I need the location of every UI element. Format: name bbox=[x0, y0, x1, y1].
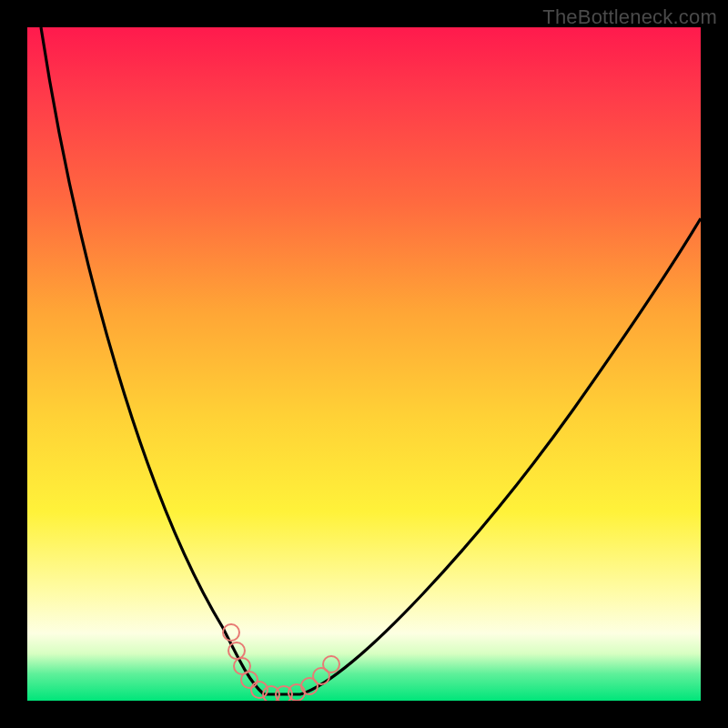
svg-point-10 bbox=[330, 663, 332, 665]
svg-point-0 bbox=[230, 632, 232, 633]
svg-point-7 bbox=[296, 692, 298, 693]
chart-frame: TheBottleneck.com bbox=[0, 0, 728, 728]
svg-point-8 bbox=[308, 685, 310, 687]
bottleneck-curve bbox=[41, 27, 701, 694]
svg-point-6 bbox=[283, 693, 285, 695]
curve-layer bbox=[27, 27, 701, 701]
watermark-text: TheBottleneck.com bbox=[542, 5, 717, 29]
valley-highlight bbox=[230, 632, 332, 695]
svg-point-9 bbox=[320, 675, 322, 677]
svg-point-3 bbox=[248, 679, 250, 681]
svg-point-4 bbox=[258, 689, 260, 691]
plot-area bbox=[27, 27, 701, 701]
svg-point-1 bbox=[236, 650, 238, 652]
svg-point-5 bbox=[270, 693, 272, 695]
svg-point-2 bbox=[241, 665, 243, 667]
